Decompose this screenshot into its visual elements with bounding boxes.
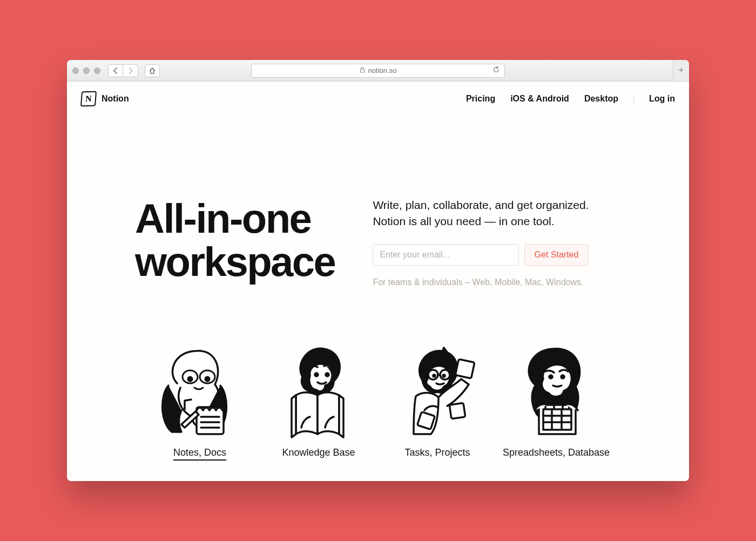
- back-button[interactable]: [108, 64, 123, 77]
- hero: All-in-one workspace Write, plan, collab…: [81, 197, 675, 287]
- headline-line2: workspace: [135, 239, 335, 285]
- nav-divider: [633, 94, 634, 104]
- svg-rect-16: [455, 359, 475, 378]
- email-input[interactable]: [373, 244, 518, 266]
- svg-rect-0: [360, 69, 364, 72]
- hero-subhead: Write, plan, collaborate, and get organi…: [373, 197, 589, 230]
- site-header: N Notion Pricing iOS & Android Desktop L…: [81, 82, 675, 116]
- window-controls: [72, 67, 100, 74]
- forward-button[interactable]: [123, 64, 138, 77]
- feature-label: Notes, Docs: [173, 447, 226, 461]
- svg-rect-21: [543, 409, 571, 430]
- feature-notes-docs[interactable]: Notes, Docs: [146, 341, 254, 461]
- svg-rect-18: [417, 411, 435, 429]
- feature-knowledge-base[interactable]: Knowledge Base: [265, 341, 373, 461]
- svg-rect-17: [449, 403, 465, 418]
- feature-label: Tasks, Projects: [404, 447, 470, 458]
- nav-pricing[interactable]: Pricing: [466, 94, 495, 104]
- logo-icon: N: [80, 91, 97, 107]
- feature-label: Spreadsheets, Database: [503, 447, 610, 458]
- feature-label: Knowledge Base: [282, 447, 355, 458]
- page-content: N Notion Pricing iOS & Android Desktop L…: [67, 82, 689, 481]
- svg-point-15: [443, 375, 445, 377]
- minimize-window-icon[interactable]: [83, 67, 90, 74]
- maximize-window-icon[interactable]: [94, 67, 100, 74]
- svg-rect-5: [197, 407, 224, 434]
- feature-spreadsheets-database[interactable]: Spreadsheets, Database: [502, 341, 610, 461]
- svg-point-14: [433, 375, 435, 377]
- svg-point-19: [549, 375, 552, 378]
- feature-tabs: Notes, Docs: [81, 341, 675, 461]
- brand-name: Notion: [102, 94, 129, 104]
- get-started-button[interactable]: Get Started: [524, 244, 589, 266]
- home-button[interactable]: [145, 64, 160, 77]
- illustration-knowledge-base: [275, 341, 362, 438]
- svg-point-9: [315, 373, 318, 376]
- feature-tasks-projects[interactable]: Tasks, Projects: [383, 341, 491, 461]
- brand[interactable]: N Notion: [81, 91, 129, 106]
- subhead-line1: Write, plan, collaborate, and get organi…: [373, 199, 589, 211]
- hero-right: Write, plan, collaborate, and get organi…: [373, 197, 589, 287]
- headline-line1: All-in-one: [135, 195, 310, 241]
- address-bar[interactable]: notion.so: [251, 64, 505, 78]
- nav-ios-android[interactable]: iOS & Android: [510, 94, 569, 104]
- illustration-notes-docs: [157, 341, 243, 438]
- url-text: notion.so: [368, 66, 397, 75]
- new-tab-button[interactable]: +: [673, 60, 689, 81]
- browser-window: notion.so + N Notion Pricing iOS & Andro…: [67, 60, 689, 481]
- browser-chrome: notion.so +: [67, 60, 689, 82]
- svg-point-10: [326, 373, 329, 376]
- nav-login[interactable]: Log in: [649, 94, 675, 104]
- signup-row: Get Started: [373, 244, 589, 266]
- svg-point-4: [205, 377, 210, 381]
- hero-headline: All-in-one workspace: [135, 197, 335, 283]
- close-window-icon[interactable]: [72, 67, 79, 74]
- nav-buttons: [108, 64, 138, 77]
- lock-icon: [360, 66, 365, 75]
- fineprint: For teams & individuals – Web, Mobile, M…: [373, 278, 589, 287]
- svg-point-3: [188, 377, 192, 381]
- illustration-tasks-projects: [394, 341, 481, 438]
- illustration-spreadsheets-database: [513, 341, 599, 438]
- logo-letter: N: [85, 94, 92, 104]
- reload-icon[interactable]: [492, 66, 500, 75]
- subhead-line2: Notion is all you need — in one tool.: [373, 215, 554, 227]
- nav-desktop[interactable]: Desktop: [584, 94, 618, 104]
- svg-point-20: [561, 375, 564, 378]
- hero-headline-wrap: All-in-one workspace: [135, 197, 335, 287]
- main-nav: Pricing iOS & Android Desktop Log in: [466, 94, 675, 104]
